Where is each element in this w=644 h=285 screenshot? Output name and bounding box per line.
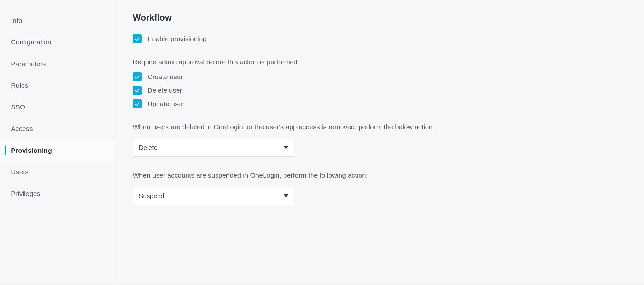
checkbox-checked-icon: [133, 86, 142, 95]
sidebar-item-parameters[interactable]: Parameters: [0, 53, 115, 75]
enable-provisioning-label: Enable provisioning: [148, 35, 207, 43]
sidebar-item-label: Access: [11, 125, 33, 132]
delete-action-value: Delete: [139, 144, 158, 152]
sidebar-item-sso[interactable]: SSO: [0, 96, 115, 118]
sidebar-item-label: Users: [11, 168, 29, 176]
suspend-action-select[interactable]: Suspend: [133, 187, 294, 205]
checkbox-checked-icon: [133, 34, 142, 43]
sidebar-item-privileges[interactable]: Privileges: [0, 183, 115, 204]
suspend-action-heading: When user accounts are suspended in OneL…: [133, 171, 627, 179]
chevron-down-icon: [284, 146, 288, 149]
approval-heading: Require admin approval before this actio…: [133, 58, 627, 66]
svg-marker-0: [284, 146, 288, 149]
sidebar-item-info[interactable]: Info: [0, 10, 115, 31]
approval-delete-user-label: Delete user: [148, 87, 182, 94]
sidebar-item-label: Parameters: [11, 60, 46, 68]
sidebar-item-label: Rules: [11, 82, 28, 89]
checkbox-checked-icon: [133, 99, 142, 108]
page-root: Info Configuration Parameters Rules SSO …: [0, 0, 644, 285]
chevron-down-icon: [284, 194, 288, 198]
sidebar-item-provisioning[interactable]: Provisioning: [0, 140, 115, 161]
sidebar-item-users[interactable]: Users: [0, 161, 115, 183]
sidebar-item-access[interactable]: Access: [0, 118, 115, 139]
suspend-action-value: Suspend: [139, 192, 164, 200]
approval-delete-user-row[interactable]: Delete user: [133, 86, 627, 95]
sidebar-item-label: Provisioning: [11, 147, 52, 154]
approval-create-user-row[interactable]: Create user: [133, 72, 627, 81]
main-panel: Workflow Enable provisioning Require adm…: [115, 0, 644, 285]
enable-provisioning-row[interactable]: Enable provisioning: [133, 34, 627, 43]
svg-marker-1: [284, 194, 288, 197]
approval-update-user-row[interactable]: Update user: [133, 99, 627, 108]
approval-update-user-label: Update user: [148, 100, 184, 108]
sidebar-item-rules[interactable]: Rules: [0, 75, 115, 96]
sidebar-item-label: SSO: [11, 103, 25, 111]
delete-action-select[interactable]: Delete: [133, 139, 294, 157]
sidebar-item-label: Configuration: [11, 38, 51, 46]
sidebar-item-label: Info: [11, 17, 22, 24]
sidebar-nav: Info Configuration Parameters Rules SSO …: [0, 0, 115, 285]
sidebar-item-label: Privileges: [11, 190, 40, 197]
delete-action-heading: When users are deleted in OneLogin, or t…: [133, 123, 627, 131]
checkbox-checked-icon: [133, 72, 142, 81]
section-title-workflow: Workflow: [133, 13, 627, 23]
approval-create-user-label: Create user: [148, 73, 183, 81]
sidebar-item-configuration[interactable]: Configuration: [0, 31, 115, 53]
